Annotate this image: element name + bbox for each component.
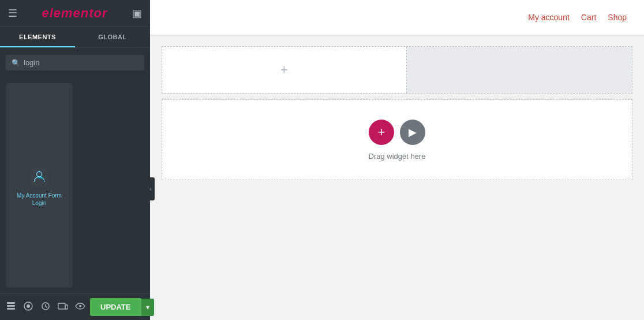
canvas-section-top: + xyxy=(162,46,632,94)
update-button-group: UPDATE ▾ xyxy=(90,298,154,316)
sidebar: ☰ elementor ▣ ELEMENTS GLOBAL 🔍 xyxy=(0,0,150,320)
nav-link-my-account[interactable]: My account xyxy=(528,13,570,22)
canvas-inner: + + ▶ Drag widget here xyxy=(150,35,644,320)
nav-link-cart[interactable]: Cart xyxy=(581,13,596,22)
search-container: 🔍 xyxy=(0,48,150,77)
svg-rect-4 xyxy=(7,305,15,307)
drag-widget-text: Drag widget here xyxy=(369,152,426,161)
history-icon[interactable] xyxy=(40,301,51,314)
layers-icon[interactable] xyxy=(6,301,16,314)
site-header-nav: My account Cart Shop xyxy=(150,0,644,35)
folder-icon: ▶ xyxy=(409,126,417,139)
chevron-left-icon: ‹ xyxy=(149,186,151,192)
widget-grid: My Account Form Login xyxy=(0,77,150,293)
collapse-sidebar-handle[interactable]: ‹ xyxy=(147,177,155,200)
add-section-button[interactable]: + xyxy=(276,62,293,78)
eye-icon[interactable] xyxy=(75,301,85,314)
update-button[interactable]: UPDATE xyxy=(90,298,141,316)
canvas-col-left[interactable]: + xyxy=(162,47,407,93)
update-dropdown-button[interactable]: ▾ xyxy=(141,299,154,316)
tab-global[interactable]: GLOBAL xyxy=(75,27,150,47)
sidebar-tabs: ELEMENTS GLOBAL xyxy=(0,27,150,48)
responsive-icon[interactable] xyxy=(58,301,68,314)
style-icon[interactable] xyxy=(23,301,33,314)
svg-rect-8 xyxy=(58,303,65,309)
tab-elements[interactable]: ELEMENTS xyxy=(0,27,75,47)
grid-icon[interactable]: ▣ xyxy=(132,7,142,20)
sidebar-header: ☰ elementor ▣ xyxy=(0,0,150,27)
drag-folder-button[interactable]: ▶ xyxy=(400,120,425,145)
elementor-logo: elementor xyxy=(42,6,107,21)
plus-circle-icon: + xyxy=(378,125,385,140)
widget-label-my-account: My Account Form Login xyxy=(10,192,68,207)
account-form-icon xyxy=(29,166,50,187)
svg-point-10 xyxy=(79,305,81,307)
hamburger-icon[interactable]: ☰ xyxy=(8,7,17,20)
svg-point-7 xyxy=(27,304,30,308)
nav-link-shop[interactable]: Shop xyxy=(608,13,627,22)
bottom-toolbar: UPDATE ▾ xyxy=(0,293,150,320)
drag-buttons: + ▶ xyxy=(369,120,425,145)
app-container: ☰ elementor ▣ ELEMENTS GLOBAL 🔍 xyxy=(0,0,644,320)
plus-icon: + xyxy=(280,62,288,77)
canvas-section-empty: + ▶ Drag widget here xyxy=(162,99,632,180)
search-icon: 🔍 xyxy=(12,59,20,67)
search-wrapper: 🔍 xyxy=(6,55,144,70)
canvas-col-right xyxy=(407,47,632,93)
toolbar-icons xyxy=(6,301,85,314)
search-input[interactable] xyxy=(24,58,138,67)
svg-rect-3 xyxy=(7,302,15,304)
drag-add-button[interactable]: + xyxy=(369,120,394,145)
svg-rect-5 xyxy=(7,308,15,310)
widget-my-account-form-login[interactable]: My Account Form Login xyxy=(6,83,73,288)
canvas-area: + + ▶ Drag widget here xyxy=(150,35,644,320)
svg-rect-9 xyxy=(65,305,68,309)
